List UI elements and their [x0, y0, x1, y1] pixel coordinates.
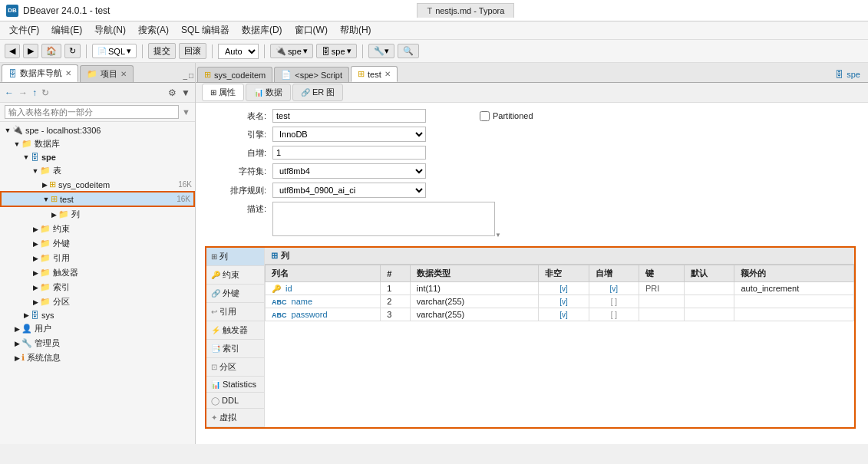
nav-trigger[interactable]: ⚡ 触发器: [206, 321, 264, 340]
engine-select[interactable]: InnoDB: [272, 127, 426, 142]
autoinc-input[interactable]: [272, 146, 426, 160]
tree-item-syscodeitem[interactable]: ▶ ⊞ sys_codeitem 16K: [0, 178, 195, 191]
col-num: 3: [381, 308, 411, 321]
tree-item[interactable]: ▶ ℹ 系统信息: [0, 350, 195, 365]
sys-icon: 🗄: [31, 311, 39, 320]
nav-ddl[interactable]: ◯ DDL: [206, 393, 264, 409]
nav-fk[interactable]: 🔗 外键: [206, 285, 264, 303]
charset-select[interactable]: utf8mb4: [272, 163, 426, 179]
expand-icon: ▶: [40, 181, 49, 189]
spe-label: spe: [847, 70, 860, 79]
sidebar-filter[interactable]: ▼: [180, 87, 192, 98]
menu-item-db[interactable]: 数据库(D): [236, 22, 289, 38]
nav-partition[interactable]: ⊡ 分区: [206, 358, 264, 377]
auto-select[interactable]: Auto: [218, 44, 259, 59]
tree-item[interactable]: ▼ 🔌 spe - localhost:3306: [0, 123, 195, 137]
project-close[interactable]: ✕: [120, 70, 127, 78]
tree-item[interactable]: ▶ 🔧 管理员: [0, 336, 195, 350]
nav-virtual[interactable]: ✦ 虚拟: [206, 409, 264, 427]
sidebar-settings[interactable]: ⚙: [167, 87, 178, 98]
sql-button[interactable]: 📄 SQL ▾: [92, 44, 137, 58]
menu-item-edit[interactable]: 编辑(E): [45, 22, 88, 38]
maximize-panel[interactable]: □: [189, 71, 193, 80]
toolbar-home[interactable]: 🏠: [41, 44, 61, 58]
tree-item[interactable]: ▶ 🗄 sys: [0, 309, 195, 321]
col-name-text: name: [292, 297, 313, 306]
table-row[interactable]: 🔑 id 1 int(11) [v] [v] PRI auto_incremen…: [266, 282, 854, 295]
col-icon: ⊞: [211, 252, 217, 261]
conn-spe2[interactable]: 🗄 spe ▾: [316, 44, 357, 58]
typora-tab[interactable]: T nestjs.md - Typora: [417, 3, 514, 18]
tree-item[interactable]: ▶ 📁 引用: [0, 251, 195, 265]
col-autoinc: [v]: [589, 282, 639, 295]
menu-item-window[interactable]: 窗口(W): [289, 22, 334, 38]
nav-refresh[interactable]: ↻: [40, 87, 51, 98]
virtual-icon: ✦: [211, 413, 217, 422]
nav-index-label: 索引: [223, 343, 239, 354]
table-row[interactable]: ABC password 3 varchar(255) [v] [ ]: [266, 308, 854, 321]
toolbar-refresh[interactable]: ↻: [64, 44, 81, 58]
tree-item[interactable]: ▶ 📁 约束: [0, 222, 195, 236]
nav-index[interactable]: 📑 索引: [206, 340, 264, 358]
col-num: 2: [381, 295, 411, 308]
tools-button[interactable]: 🔧▾: [368, 44, 394, 58]
tab-db-nav[interactable]: 🗄 数据库导航 ✕: [2, 64, 78, 82]
expand-icon: ▶: [12, 325, 21, 333]
tab-er[interactable]: 🔗 ER 图: [292, 84, 343, 101]
tab-syscodeitem[interactable]: ⊞ sys_codeitem: [197, 67, 272, 82]
nav-ref[interactable]: ↩ 引用: [206, 303, 264, 321]
nav-constraint[interactable]: 🔑 约束: [206, 266, 264, 285]
nav-stats-label: Statistics: [223, 380, 256, 389]
admin-icon: 🔧: [21, 338, 32, 348]
tab-script[interactable]: 📄 <spe> Script: [274, 67, 349, 82]
toolbar-back[interactable]: ◀: [5, 44, 20, 58]
tree-item[interactable]: ▼ 🗄 spe: [0, 151, 195, 163]
tree-item[interactable]: ▶ 📁 列: [0, 207, 195, 222]
tab-data[interactable]: 📊 数据: [246, 84, 291, 101]
tree-item[interactable]: ▶ 📁 外键: [0, 236, 195, 251]
nav-virtual-label: 虚拟: [219, 412, 236, 423]
partitioned-check[interactable]: Partitioned: [480, 111, 533, 121]
test-close[interactable]: ✕: [384, 70, 391, 78]
nav-columns[interactable]: ⊞ 列: [206, 248, 264, 266]
menu-item-file[interactable]: 文件(F): [3, 22, 45, 38]
col-name: 🔑 id: [266, 282, 381, 295]
nav-statistics[interactable]: 📊 Statistics: [206, 377, 264, 393]
nav-forward[interactable]: →: [17, 87, 29, 98]
tree-item[interactable]: ▼ 📁 数据库: [0, 137, 195, 151]
menu-item-nav[interactable]: 导航(N): [88, 22, 132, 38]
partitioned-checkbox[interactable]: [480, 111, 490, 121]
nav-ddl-label: DDL: [222, 396, 239, 405]
tab-properties[interactable]: ⊞ 属性: [202, 84, 244, 101]
submit-button[interactable]: 提交: [148, 43, 176, 59]
minimize-panel[interactable]: _: [183, 71, 187, 80]
tree-label: spe: [41, 153, 56, 162]
search-button[interactable]: 🔍: [398, 44, 419, 58]
nav-back[interactable]: ←: [3, 87, 15, 98]
tree-label: 外键: [53, 238, 70, 249]
db-nav-close[interactable]: ✕: [65, 69, 71, 77]
nav-col-label: 列: [219, 251, 228, 262]
toolbar-forward[interactable]: ▶: [23, 44, 38, 58]
search-input[interactable]: [5, 105, 179, 119]
tree-item[interactable]: ▶ 📁 索引: [0, 280, 195, 295]
menu-item-search[interactable]: 搜索(A): [132, 22, 175, 38]
table-row[interactable]: ABC name 2 varchar(255) [v] [ ]: [266, 295, 854, 308]
tree-item[interactable]: ▶ 📁 分区: [0, 295, 195, 309]
tab-test[interactable]: ⊞ test ✕: [351, 66, 398, 82]
tree-item[interactable]: ▼ 📁 表: [0, 163, 195, 178]
menu-item-sql[interactable]: SQL 编辑器: [175, 22, 236, 38]
tree-item-test[interactable]: ▼ ⊞ test 16K: [0, 191, 195, 207]
collation-select[interactable]: utf8mb4_0900_ai_ci: [272, 183, 426, 198]
menu-item-help[interactable]: 帮助(H): [334, 22, 378, 38]
tree-item[interactable]: ▶ 👤 用户: [0, 321, 195, 336]
tablename-input[interactable]: [272, 109, 426, 123]
conn-status[interactable]: 🔌 spe ▾: [270, 44, 313, 58]
rollback-button[interactable]: 回滚: [179, 43, 206, 59]
fk-icon: 🔗: [211, 289, 220, 298]
desc-textarea[interactable]: [272, 202, 495, 236]
nav-up[interactable]: ↑: [31, 87, 38, 98]
tab-project[interactable]: 📁 项目 ✕: [80, 65, 134, 82]
col-type: varchar(255): [410, 295, 538, 308]
tree-item[interactable]: ▶ 📁 触发器: [0, 265, 195, 280]
